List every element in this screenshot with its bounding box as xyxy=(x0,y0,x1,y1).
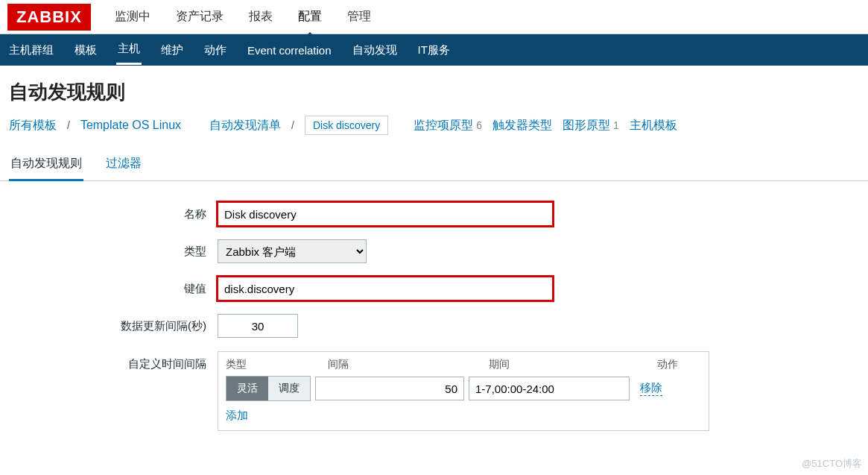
subnav-maintenance[interactable]: 维护 xyxy=(159,37,185,64)
subnav-templates[interactable]: 模板 xyxy=(73,37,98,64)
top-menu: 监测中 资产记录 报表 配置 管理 xyxy=(112,1,374,32)
form: 名称 类型 Zabbix 客户端 键值 数据更新间隔(秒) 自定义时间间隔 类型… xyxy=(0,181,868,452)
interval-label: 数据更新间隔(秒) xyxy=(9,319,218,333)
crumb-discovery-list[interactable]: 自动发现清单 xyxy=(209,118,281,133)
top-nav: ZABBIX 监测中 资产记录 报表 配置 管理 xyxy=(0,0,868,34)
custom-period-input[interactable] xyxy=(469,377,630,400)
flexible-button[interactable]: 灵活 xyxy=(226,377,268,400)
name-label: 名称 xyxy=(9,207,218,221)
topmenu-configuration[interactable]: 配置 xyxy=(295,1,325,32)
key-label: 键值 xyxy=(9,282,218,296)
name-input[interactable] xyxy=(218,202,553,226)
hdr-period: 期间 xyxy=(489,358,657,371)
tabs: 自动发现规则 过滤器 xyxy=(0,148,868,181)
crumb-item-prototypes-count: 6 xyxy=(476,119,482,131)
crumb-template[interactable]: Template OS Linux xyxy=(80,119,181,132)
hdr-action: 动作 xyxy=(657,358,701,371)
topmenu-admin[interactable]: 管理 xyxy=(344,1,374,32)
crumb-graph-prototypes[interactable]: 图形原型 xyxy=(563,118,610,133)
crumb-current-rule[interactable]: Disk discovery xyxy=(305,116,388,135)
logo: ZABBIX xyxy=(7,4,91,31)
crumb-item-prototypes[interactable]: 监控项原型 xyxy=(414,118,473,133)
tab-discovery-rule[interactable]: 自动发现规则 xyxy=(9,148,83,181)
interval-input[interactable] xyxy=(218,314,298,338)
subnav-it-services[interactable]: IT服务 xyxy=(416,37,452,64)
crumb-sep-2: / xyxy=(291,119,294,131)
custom-interval-input[interactable] xyxy=(315,377,464,400)
subnav-hosts[interactable]: 主机 xyxy=(116,35,142,65)
custom-intervals-label: 自定义时间间隔 xyxy=(9,351,218,371)
crumb-graph-prototypes-count: 1 xyxy=(613,119,619,131)
topmenu-monitoring[interactable]: 监测中 xyxy=(112,1,153,32)
topmenu-inventory[interactable]: 资产记录 xyxy=(173,1,226,32)
subnav-event-correlation[interactable]: Event correlation xyxy=(246,37,333,63)
type-label: 类型 xyxy=(9,245,218,259)
subnav-actions[interactable]: 动作 xyxy=(203,37,228,64)
hdr-interval: 间隔 xyxy=(328,358,489,371)
crumb-sep: / xyxy=(67,119,70,131)
topmenu-reports[interactable]: 报表 xyxy=(246,1,276,32)
custom-intervals: 类型 间隔 期间 动作 灵活 调度 移除 添加 xyxy=(218,351,709,431)
page-title: 自动发现规则 xyxy=(0,66,868,116)
subnav-discovery[interactable]: 自动发现 xyxy=(351,37,399,64)
crumb-trigger-types[interactable]: 触发器类型 xyxy=(492,118,552,133)
crumb-host-templates[interactable]: 主机模板 xyxy=(630,118,677,133)
remove-link[interactable]: 移除 xyxy=(640,381,662,396)
add-interval-link[interactable]: 添加 xyxy=(218,409,256,430)
breadcrumb: 所有模板 / Template OS Linux 自动发现清单 / Disk d… xyxy=(0,116,868,148)
type-select[interactable]: Zabbix 客户端 xyxy=(218,239,367,263)
tab-filters[interactable]: 过滤器 xyxy=(104,148,143,180)
crumb-all-templates[interactable]: 所有模板 xyxy=(9,118,57,133)
sub-nav: 主机群组 模板 主机 维护 动作 Event correlation 自动发现 … xyxy=(0,34,868,66)
hdr-type: 类型 xyxy=(226,358,328,371)
scheduling-button[interactable]: 调度 xyxy=(268,377,310,400)
interval-type-toggle: 灵活 调度 xyxy=(226,376,311,401)
key-input[interactable] xyxy=(218,277,553,301)
subnav-hostgroups[interactable]: 主机群组 xyxy=(7,37,55,64)
